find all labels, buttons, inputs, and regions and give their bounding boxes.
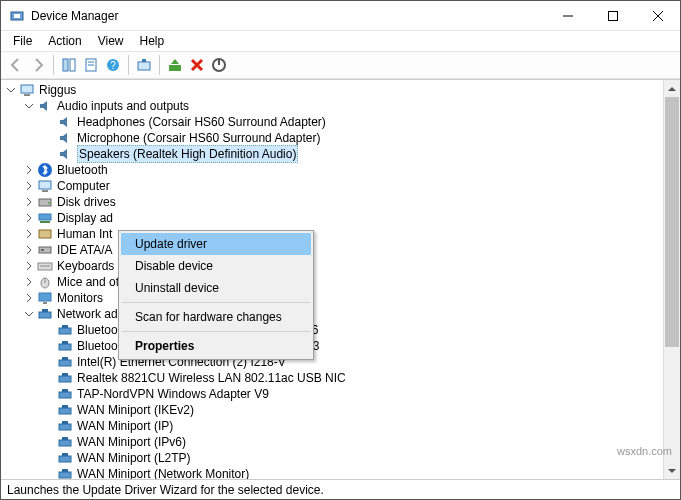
statusbar: Launches the Update Driver Wizard for th… — [1, 479, 680, 499]
tree-root[interactable]: Riggus — [1, 82, 662, 98]
svg-rect-51 — [59, 424, 71, 430]
menu-action[interactable]: Action — [40, 32, 89, 50]
status-text: Launches the Update Driver Wizard for th… — [7, 483, 324, 497]
chevron-right-icon[interactable] — [23, 196, 35, 208]
tree-container: Riggus Audio inputs and outputs Headphon… — [1, 79, 680, 479]
tree-category-monitors[interactable]: Monitors — [1, 290, 662, 306]
context-properties[interactable]: Properties — [121, 335, 311, 357]
keyboard-icon — [37, 258, 53, 274]
network-icon — [57, 418, 73, 434]
tree-device-network[interactable]: WAN Miniport (IKEv2) — [1, 402, 662, 418]
context-disable-device[interactable]: Disable device — [121, 255, 311, 277]
context-update-driver[interactable]: Update driver — [121, 233, 311, 255]
tree-device-network[interactable]: WAN Miniport (L2TP) — [1, 450, 662, 466]
device-tree[interactable]: Riggus Audio inputs and outputs Headphon… — [1, 80, 662, 479]
window-title: Device Manager — [31, 9, 545, 23]
menu-separator — [122, 331, 310, 332]
audio-icon — [57, 130, 73, 146]
tree-device-headphones[interactable]: Headphones (Corsair HS60 Surround Adapte… — [1, 114, 662, 130]
tree-label: Microphone (Corsair HS60 Surround Adapte… — [77, 130, 320, 146]
tree-category-disk[interactable]: Disk drives — [1, 194, 662, 210]
tree-device-network[interactable]: WAN Miniport (Network Monitor) — [1, 466, 662, 479]
minimize-button[interactable] — [545, 1, 590, 31]
scan-hardware-button[interactable] — [133, 54, 155, 76]
chevron-right-icon[interactable] — [23, 292, 35, 304]
tree-category-network[interactable]: Network adapters — [1, 306, 662, 322]
bluetooth-icon — [37, 162, 53, 178]
tree-device-network[interactable]: Bluetooth Device (RFCOMM Protocol TDI) #… — [1, 338, 662, 354]
computer-icon — [19, 82, 35, 98]
chevron-right-icon[interactable] — [23, 276, 35, 288]
tree-device-network[interactable]: Intel(R) Ethernet Connection (2) I218-V — [1, 354, 662, 370]
tree-device-speakers[interactable]: Speakers (Realtek High Definition Audio) — [1, 146, 662, 162]
svg-rect-35 — [39, 293, 51, 301]
maximize-button[interactable] — [590, 1, 635, 31]
tree-category-ide[interactable]: IDE ATA/A — [1, 242, 662, 258]
tree-device-microphone[interactable]: Microphone (Corsair HS60 Surround Adapte… — [1, 130, 662, 146]
chevron-right-icon[interactable] — [23, 212, 35, 224]
svg-rect-3 — [608, 11, 617, 20]
menu-file[interactable]: File — [5, 32, 40, 50]
svg-text:?: ? — [110, 60, 116, 71]
toolbar-separator — [128, 55, 129, 75]
scroll-down-button[interactable] — [664, 462, 680, 479]
svg-rect-57 — [59, 472, 71, 478]
svg-rect-38 — [42, 309, 48, 312]
context-menu: Update driver Disable device Uninstall d… — [118, 230, 314, 360]
svg-rect-26 — [39, 214, 51, 220]
tree-device-network[interactable]: Bluetooth Device (Personal Area Network)… — [1, 322, 662, 338]
tree-label: IDE ATA/A — [57, 242, 113, 258]
back-button[interactable] — [5, 54, 27, 76]
tree-device-network[interactable]: Realtek 8821CU Wireless LAN 802.11ac USB… — [1, 370, 662, 386]
tree-category-keyboards[interactable]: Keyboards — [1, 258, 662, 274]
svg-rect-50 — [62, 405, 68, 408]
context-scan-hardware[interactable]: Scan for hardware changes — [121, 306, 311, 328]
tree-category-hid[interactable]: Human Int — [1, 226, 662, 242]
chevron-right-icon[interactable] — [23, 164, 35, 176]
tree-category-bluetooth[interactable]: Bluetooth — [1, 162, 662, 178]
tree-category-mice[interactable]: Mice and other pointing devices — [1, 274, 662, 290]
vertical-scrollbar[interactable] — [663, 80, 680, 479]
svg-rect-54 — [62, 437, 68, 440]
svg-rect-22 — [39, 181, 51, 189]
update-driver-button[interactable] — [164, 54, 186, 76]
display-icon — [37, 210, 53, 226]
menu-help[interactable]: Help — [132, 32, 173, 50]
forward-button[interactable] — [27, 54, 49, 76]
chevron-right-icon[interactable] — [23, 260, 35, 272]
tree-device-network[interactable]: TAP-NordVPN Windows Adapter V9 — [1, 386, 662, 402]
chevron-right-icon[interactable] — [23, 228, 35, 240]
svg-rect-13 — [138, 62, 150, 70]
chevron-right-icon[interactable] — [23, 244, 35, 256]
tree-label: Riggus — [39, 82, 76, 98]
svg-rect-7 — [70, 59, 75, 71]
network-icon — [37, 306, 53, 322]
help-icon-button[interactable]: ? — [102, 54, 124, 76]
chevron-down-icon[interactable] — [5, 84, 17, 96]
svg-rect-56 — [62, 453, 68, 456]
svg-rect-6 — [63, 59, 68, 71]
disable-button[interactable] — [208, 54, 230, 76]
tree-label: Realtek 8821CU Wireless LAN 802.11ac USB… — [77, 370, 346, 386]
monitor-icon — [37, 290, 53, 306]
menu-view[interactable]: View — [90, 32, 132, 50]
tree-device-network[interactable]: WAN Miniport (IPv6) — [1, 434, 662, 450]
chevron-right-icon[interactable] — [23, 180, 35, 192]
close-button[interactable] — [635, 1, 680, 31]
svg-rect-55 — [59, 456, 71, 462]
scroll-up-button[interactable] — [664, 80, 680, 97]
tree-device-network[interactable]: WAN Miniport (IP) — [1, 418, 662, 434]
tree-label: Computer — [57, 178, 110, 194]
tree-category-computer[interactable]: Computer — [1, 178, 662, 194]
chevron-down-icon[interactable] — [23, 308, 35, 320]
properties-button[interactable] — [80, 54, 102, 76]
titlebar: Device Manager — [1, 1, 680, 31]
show-hidden-button[interactable] — [58, 54, 80, 76]
tree-category-display[interactable]: Display ad — [1, 210, 662, 226]
scroll-thumb[interactable] — [665, 97, 679, 347]
context-uninstall-device[interactable]: Uninstall device — [121, 277, 311, 299]
tree-label: Bluetooth — [57, 162, 108, 178]
chevron-down-icon[interactable] — [23, 100, 35, 112]
tree-category-audio[interactable]: Audio inputs and outputs — [1, 98, 662, 114]
uninstall-button[interactable] — [186, 54, 208, 76]
